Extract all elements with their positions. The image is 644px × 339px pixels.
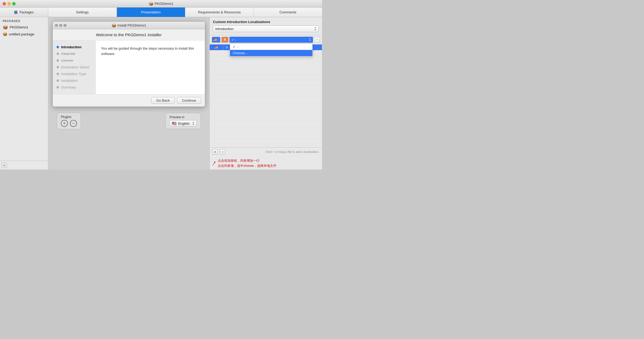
preview-stepper: ▲ ▼	[192, 121, 194, 126]
nav-dot-summary	[57, 86, 59, 89]
preview-box: Preview in 🇺🇸 English ▲ ▼	[165, 113, 201, 129]
annotation-arrow-icon: ↑	[211, 159, 218, 167]
continue-button[interactable]: Continue	[177, 97, 201, 104]
custom-localizations-header: Custom Introduction Localizations	[213, 20, 319, 24]
nav-label-license: License	[61, 58, 73, 62]
section-selector-arrows: ▲ ▼	[314, 27, 316, 31]
installer-window-controls	[55, 24, 66, 27]
nav-summary: Summary	[53, 84, 95, 91]
nav-label-introduction: Introduction	[61, 45, 82, 49]
empty-row	[210, 62, 322, 68]
right-stepper[interactable]: ⌃	[314, 37, 320, 43]
minimize-button[interactable]	[8, 2, 11, 5]
right-toolbar: 🇺🇸 ⌄ A ✓ - ▲ ▼	[210, 35, 322, 45]
preview-language-text: English	[178, 121, 190, 126]
value-dropdown-overlay: ✓ - Choose...	[230, 43, 313, 56]
installer-nav: Introduction Read Me Lic	[53, 40, 96, 94]
empty-row	[210, 115, 322, 121]
section-selector-text: Introduction	[215, 27, 234, 31]
table-footer: + − Click + or drag a file to add a loca…	[210, 147, 322, 156]
installer-titlebar: 📦 Install PKGDemo1	[53, 22, 205, 29]
empty-row	[210, 74, 322, 80]
inst-minimize	[59, 24, 62, 27]
preview-flag-icon: 🇺🇸	[172, 121, 176, 126]
inst-maximize	[64, 24, 66, 27]
pkgdemo1-label: PKGDemo1	[10, 25, 28, 29]
window-title: 📦 PKGDemo1	[149, 2, 173, 6]
nav-dot-inst-type	[57, 73, 59, 75]
window-controls[interactable]	[3, 2, 16, 5]
dropdown-item-choose[interactable]: Choose...	[230, 50, 312, 56]
content-split: 📦 Install PKGDemo1 Welcome to the PKGDem…	[48, 17, 322, 170]
nav-label-summary: Summary	[61, 85, 76, 89]
value-dropdown[interactable]: ✓ - ▲ ▼ ✓ - Choose...	[230, 37, 313, 43]
project-tab[interactable]: Packages	[14, 10, 34, 14]
tab-comments[interactable]: Comments	[254, 8, 322, 17]
plugins-add-button[interactable]: +	[61, 120, 68, 127]
nav-label-readme: Read Me	[61, 52, 75, 56]
empty-row	[210, 98, 322, 104]
nav-installation: Installation	[53, 77, 95, 84]
flag-stepper: ⌄	[218, 39, 220, 41]
add-localization-button[interactable]: +	[212, 149, 218, 154]
dash-option: -	[237, 45, 238, 49]
installer-panel: 📦 Install PKGDemo1 Welcome to the PKGDem…	[48, 17, 209, 170]
installer-pkg-icon: 📦	[112, 23, 116, 28]
tab-requirements[interactable]: Requirements & Resources	[185, 8, 254, 17]
dropdown-item-dash[interactable]: ✓ -	[230, 44, 312, 50]
empty-row	[210, 121, 322, 127]
empty-row	[210, 80, 322, 86]
value-dropdown-arrows: ▲ ▼	[309, 38, 311, 42]
installer-title: 📦 Install PKGDemo1	[112, 23, 146, 28]
tab-bar: Settings Presentation Requirements & Res…	[48, 8, 322, 17]
nav-label-inst-type: Installation Type	[61, 72, 86, 76]
table-body: 🇺🇸 A -	[210, 45, 322, 147]
sidebar-item-untitled[interactable]: 📦 untitled package	[0, 31, 48, 37]
a-column-btn[interactable]: A	[221, 37, 228, 43]
plugins-buttons: + −	[61, 120, 77, 127]
annotation-text: 点击添加按钮，列表增加一行 点击列表项，选中choose，选择本地文件	[218, 158, 276, 168]
sidebar: Packages Packages 📦 PKGDemo1 📦 untitled …	[0, 8, 48, 170]
tab-settings[interactable]: Settings	[48, 8, 117, 17]
nav-readme: Read Me	[53, 50, 95, 57]
remove-localization-button[interactable]: −	[220, 149, 225, 154]
value-dropdown-text: ✓ -	[231, 38, 236, 42]
sidebar-bottom: +	[0, 161, 48, 170]
table-wrapper: 🇺🇸 A -	[210, 45, 322, 147]
inst-close	[55, 24, 58, 27]
empty-row	[210, 104, 322, 109]
preview-in-label: Preview in	[169, 115, 197, 119]
annotation-area: ↑ 点击添加按钮，列表增加一行 点击列表项，选中choose，选择本地文件	[210, 156, 322, 170]
sidebar-item-pkgdemo1[interactable]: 📦 PKGDemo1	[0, 24, 48, 31]
preview-language-selector[interactable]: 🇺🇸 English ▲ ▼	[169, 120, 197, 127]
nav-introduction[interactable]: Introduction	[53, 44, 95, 50]
nav-dot-destination	[57, 66, 59, 68]
footer-hint: Click + or drag a file to add a localiza…	[265, 150, 319, 153]
title-bar: 📦 PKGDemo1	[0, 0, 322, 8]
empty-row	[210, 109, 322, 115]
nav-dot-installation	[57, 79, 59, 82]
installer-content-area: You will be guided through the steps nec…	[96, 40, 205, 94]
installer-content-text: You will be guided through the steps nec…	[101, 46, 199, 56]
localizations-table: 🇺🇸 A -	[210, 45, 322, 156]
section-selector[interactable]: Introduction ▲ ▼	[213, 25, 319, 32]
tab-presentation[interactable]: Presentation	[117, 8, 186, 17]
add-package-button[interactable]: +	[2, 163, 7, 168]
nav-license: License	[53, 57, 95, 64]
nav-dot-introduction	[57, 46, 59, 48]
flag-column-btn[interactable]: 🇺🇸 ⌄	[212, 37, 220, 43]
empty-row	[210, 68, 322, 74]
us-flag-icon: 🇺🇸	[213, 38, 217, 42]
installer-window: 📦 Install PKGDemo1 Welcome to the PKGDem…	[53, 21, 205, 107]
plugins-box: Plugins + −	[57, 113, 81, 129]
close-button[interactable]	[3, 2, 6, 5]
plugins-remove-button[interactable]: −	[70, 120, 77, 127]
installer-main: Introduction Read Me Lic	[53, 40, 205, 94]
go-back-button[interactable]: Go Back	[151, 97, 175, 104]
maximize-button[interactable]	[12, 2, 16, 5]
empty-row	[210, 127, 322, 133]
installer-body: Welcome to the PKGDemo1 Installer Introd…	[53, 29, 205, 94]
nav-dot-license	[57, 59, 59, 62]
installer-footer: Go Back Continue	[53, 94, 205, 106]
sidebar-items: 📦 PKGDemo1 📦 untitled package	[0, 24, 48, 161]
